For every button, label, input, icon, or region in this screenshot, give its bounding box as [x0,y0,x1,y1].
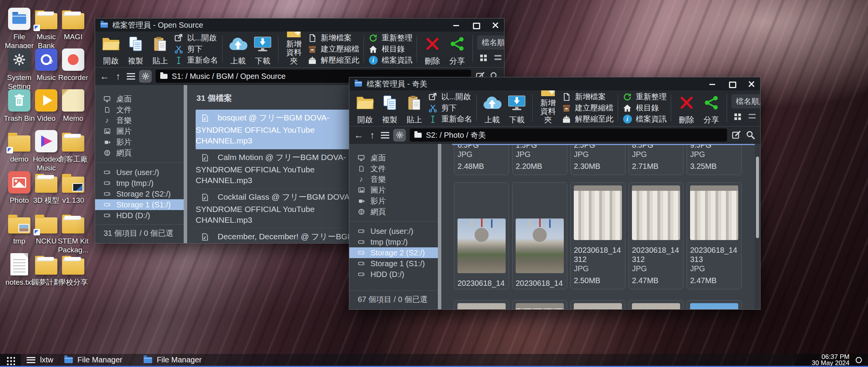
download-button[interactable]: 下載 [251,33,274,65]
sidebar-item-pictures[interactable]: 圖片 [95,126,184,137]
desktop-icon-recorder[interactable]: Recorder [56,48,90,82]
session-indicator-icon[interactable] [856,357,862,363]
photo-cell[interactable]: 20230618_143129.JPG JPG 2.47MB [628,182,684,289]
desktop-icon-magi[interactable]: MAGI [56,8,90,41]
root-directory-button[interactable]: 根目錄 [622,103,667,113]
root-directory-button[interactable]: 根目錄 [368,44,412,54]
close-button[interactable] [492,22,499,28]
titlebar[interactable]: 檔案管理員 - 奇美 [349,77,760,90]
sidebar-item-web[interactable]: 網頁 [349,206,438,217]
sidebar-item-storage2-drive-selected[interactable]: Storage 2 (S2:/) [349,247,438,258]
new-folder-button[interactable]: 新增資料夾 [283,33,305,65]
new-folder-button[interactable]: 新增資料夾 [537,92,559,124]
taskbar-menu-button[interactable] [24,354,38,366]
sidebar-item-hdd-drive[interactable]: HDD (D:/) [95,210,184,221]
back-button[interactable]: ← [100,72,109,81]
sidebar-item-documents[interactable]: 文件 [95,104,184,115]
sidebar-item-music[interactable]: ♪音樂 [349,174,438,185]
view-grid-button[interactable] [734,113,741,120]
taskbar-task-file-manager-1[interactable]: File Manager [64,354,122,366]
sidebar-item-videos[interactable]: 影片 [95,137,184,147]
share-button[interactable]: 分享 [700,92,722,124]
path-input[interactable]: S2: / Photo / 奇美 [410,128,727,142]
back-button[interactable]: ← [354,130,364,140]
up-button[interactable]: ↑ [113,72,123,81]
settings-button[interactable] [393,129,406,142]
new-file-button[interactable]: 新增檔案 [307,33,359,43]
create-archive-button[interactable]: 建立壓縮檔 [307,44,359,54]
download-button[interactable]: 下載 [506,92,528,124]
file-info-button[interactable]: i 檔案資訊 [622,114,667,124]
copy-button[interactable]: 複製 [124,33,147,65]
view-list-button[interactable] [494,55,501,61]
photo-cell[interactable]: 20230618_143131.JPG JPG 2.47MB [687,182,742,289]
delete-button[interactable]: 刪除 [421,33,444,65]
sidebar-item-documents[interactable]: 文件 [349,163,438,174]
search-button[interactable] [745,130,756,140]
upload-button[interactable]: 上載 [481,92,503,124]
view-list-button[interactable] [749,114,756,120]
open-with-button[interactable]: 以...開啟 [174,33,218,43]
sidebar-scrollbar[interactable] [184,85,187,243]
minimize-button[interactable] [709,81,716,87]
sidebar-item-storage1-drive-selected[interactable]: Storage 1 (S1:/) [95,199,184,210]
cut-button[interactable]: 剪下 [174,44,218,54]
desktop-icon-stem-kit[interactable]: STEM Kit Packag... [56,212,90,254]
sort-order-dropdown[interactable]: 檔名順序 [477,35,504,50]
open-with-button[interactable]: 以...開啟 [428,92,472,102]
sidebar-item-user-drive[interactable]: User (user:/) [349,226,438,237]
open-button[interactable]: 開啟 [354,92,376,124]
copy-button[interactable]: 複製 [379,92,401,124]
maximize-button[interactable] [729,81,735,87]
menu-button[interactable] [381,132,389,138]
sidebar-item-web[interactable]: 網頁 [95,147,184,158]
file-item[interactable]: Calm Motion @ フリーBGM DOVA-SYNDROME OFFIC… [196,149,360,189]
minimize-button[interactable] [453,22,459,28]
desktop-icon-v1130[interactable]: v1.130 [56,171,90,205]
photo-cell[interactable]: 20230618_142850.JPG JPG 3.50MB [454,182,509,289]
sidebar-item-desktop[interactable]: 桌面 [349,152,438,163]
file-item[interactable]: Cocktail Glass @ フリーBGM DOVA-SYNDROME OF… [196,189,360,229]
new-file-button[interactable]: 新增檔案 [561,92,613,102]
photo-cell[interactable]: 6.JPG JPG 2.48MB [454,144,509,175]
rename-button[interactable]: 重新命名 [174,55,218,65]
sidebar-item-desktop[interactable]: 桌面 [95,93,184,104]
titlebar[interactable]: 檔案管理員 - Open Source [95,18,504,32]
extract-here-button[interactable]: 解壓縮至此 [561,114,613,124]
open-button[interactable]: 開啟 [100,33,122,65]
desktop-icon-maker-factory[interactable]: 創客工廠 [56,130,90,163]
menu-button[interactable] [127,73,135,80]
desktop-icon-school-share[interactable]: 學校分享 [56,253,90,287]
upload-button[interactable]: 上載 [227,33,249,65]
photo-cell[interactable]: 1.JPG JPG 2.20MB [512,144,567,175]
photo-cell[interactable] [570,300,625,309]
file-item[interactable]: December, December! @ フリーBGM DOVA-SYNDRO… [196,229,360,243]
paste-button[interactable]: 貼上 [403,92,426,124]
extract-here-button[interactable]: 解壓縮至此 [307,55,359,65]
photo-cell[interactable] [512,300,567,309]
photo-cell[interactable] [687,300,742,309]
photo-cell[interactable] [628,300,684,309]
refresh-button[interactable]: 重新整理 [622,92,667,102]
maximize-button[interactable] [473,22,479,28]
sidebar-item-user-drive[interactable]: User (user:/) [95,167,184,178]
photo-cell[interactable] [454,300,509,309]
app-launcher-button[interactable] [0,354,21,367]
delete-button[interactable]: 刪除 [675,92,698,124]
edit-path-button[interactable] [731,130,741,140]
close-button[interactable] [748,81,755,87]
file-info-button[interactable]: i 檔案資訊 [368,55,412,65]
sidebar-item-storage1-drive[interactable]: Storage 1 (S1:/) [349,258,438,269]
view-grid-button[interactable] [480,55,487,61]
photo-cell[interactable]: 20230618_142852.JPG JPG 2.94MB [512,182,567,289]
share-button[interactable]: 分享 [446,33,468,65]
file-item-selected[interactable]: bosquet @ フリーBGM DOVA-SYNDROME OFFICIAL … [196,110,360,149]
up-button[interactable]: ↑ [367,130,377,140]
sidebar-item-hdd-drive[interactable]: HDD (D:/) [349,269,438,280]
sidebar-item-tmp-drive[interactable]: tmp (tmp:/) [95,178,184,189]
settings-button[interactable] [139,70,152,83]
sidebar-item-pictures[interactable]: 圖片 [349,185,438,195]
photo-cell[interactable]: 8.JPG JPG 2.71MB [628,144,684,175]
photo-cell[interactable]: 2.JPG JPG 2.30MB [570,144,625,175]
sidebar-item-tmp-drive[interactable]: tmp (tmp:/) [349,237,438,247]
